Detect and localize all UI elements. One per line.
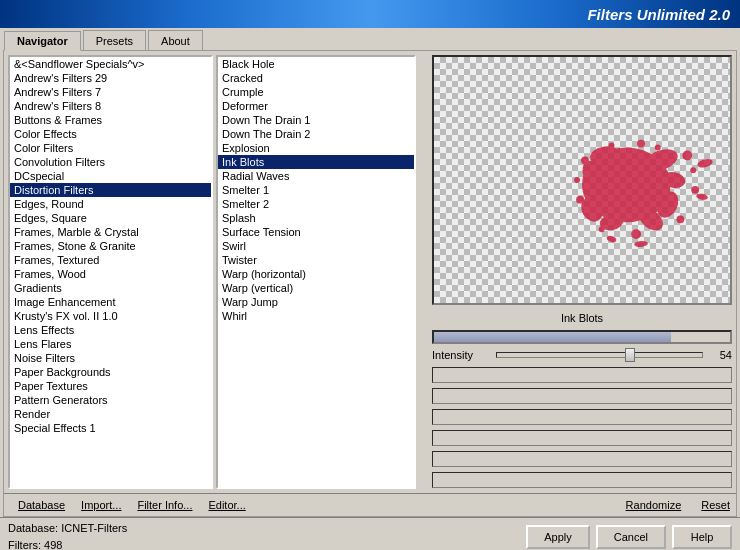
randomize-button[interactable]: Randomize xyxy=(626,499,682,511)
category-item[interactable]: Color Effects xyxy=(10,127,211,141)
database-status: Database: ICNET-Filters xyxy=(8,520,127,537)
intensity-thumb[interactable] xyxy=(625,348,635,362)
content-area: &<Sandflower Specials^v>Andrew's Filters… xyxy=(3,50,737,517)
category-item[interactable]: Image Enhancement xyxy=(10,295,211,309)
category-item[interactable]: Distortion Filters xyxy=(10,183,211,197)
empty-row-1 xyxy=(432,367,732,383)
category-item[interactable]: Buttons & Frames xyxy=(10,113,211,127)
status-text: Database: ICNET-Filters Filters: 498 xyxy=(8,520,127,550)
filter-item[interactable]: Smelter 2 xyxy=(218,197,414,211)
filter-item[interactable]: Warp (vertical) xyxy=(218,281,414,295)
filter-item[interactable]: Crumple xyxy=(218,85,414,99)
empty-row-2 xyxy=(432,388,732,404)
app-title: Filters Unlimited 2.0 xyxy=(587,6,730,23)
category-list-container: &<Sandflower Specials^v>Andrew's Filters… xyxy=(8,55,213,489)
svg-point-15 xyxy=(576,196,584,204)
filter-info-button[interactable]: Filter Info... xyxy=(129,497,200,513)
database-button[interactable]: Database xyxy=(10,497,73,513)
category-item[interactable]: Andrew's Filters 29 xyxy=(10,71,211,85)
filter-item[interactable]: Ink Blots xyxy=(218,155,414,169)
category-item[interactable]: Pattern Generators xyxy=(10,393,211,407)
filter-item[interactable]: Cracked xyxy=(218,71,414,85)
progress-bar-fill xyxy=(434,332,671,342)
intensity-slider[interactable] xyxy=(496,352,703,358)
filter-item[interactable]: Radial Waves xyxy=(218,169,414,183)
filters-value: 498 xyxy=(44,539,62,551)
progress-bar xyxy=(432,330,732,344)
category-item[interactable]: Krusty's FX vol. II 1.0 xyxy=(10,309,211,323)
preview-svg xyxy=(434,57,730,303)
filter-item[interactable]: Warp Jump xyxy=(218,295,414,309)
category-item[interactable]: Paper Backgrounds xyxy=(10,365,211,379)
category-item[interactable]: Noise Filters xyxy=(10,351,211,365)
filter-item[interactable]: Whirl xyxy=(218,309,414,323)
category-item[interactable]: Render xyxy=(10,407,211,421)
panels: &<Sandflower Specials^v>Andrew's Filters… xyxy=(4,51,736,493)
category-item[interactable]: Frames, Marble & Crystal xyxy=(10,225,211,239)
cancel-button[interactable]: Cancel xyxy=(596,525,666,549)
filter-item[interactable]: Warp (horizontal) xyxy=(218,267,414,281)
category-item[interactable]: Color Filters xyxy=(10,141,211,155)
reset-button[interactable]: Reset xyxy=(701,499,730,511)
right-panel: Ink Blots Intensity 54 xyxy=(432,55,732,489)
filter-item[interactable]: Swirl xyxy=(218,239,414,253)
category-item[interactable]: Frames, Textured xyxy=(10,253,211,267)
editor-button[interactable]: Editor... xyxy=(200,497,253,513)
category-item[interactable]: Edges, Round xyxy=(10,197,211,211)
main-container: Navigator Presets About &<Sandflower Spe… xyxy=(0,28,740,550)
help-button[interactable]: Help xyxy=(672,525,732,549)
slider-row-intensity: Intensity 54 xyxy=(432,347,732,363)
category-item[interactable]: Special Effects 1 xyxy=(10,421,211,435)
category-item[interactable]: Lens Flares xyxy=(10,337,211,351)
svg-point-20 xyxy=(655,145,661,151)
svg-point-14 xyxy=(599,226,605,232)
category-item[interactable]: Edges, Square xyxy=(10,211,211,225)
category-item[interactable]: Frames, Stone & Granite xyxy=(10,239,211,253)
category-item[interactable]: DCspecial xyxy=(10,169,211,183)
empty-row-6 xyxy=(432,472,732,488)
category-item[interactable]: Andrew's Filters 7 xyxy=(10,85,211,99)
tab-navigator[interactable]: Navigator xyxy=(4,31,81,51)
filter-item[interactable]: Splash xyxy=(218,211,414,225)
controls-area: Ink Blots Intensity 54 xyxy=(432,309,732,489)
bottom-toolbar: Database Import... Filter Info... Editor… xyxy=(4,493,736,516)
svg-point-16 xyxy=(574,177,580,183)
tab-about[interactable]: About xyxy=(148,30,203,50)
status-bar: Database: ICNET-Filters Filters: 498 App… xyxy=(0,517,740,550)
filter-item[interactable]: Explosion xyxy=(218,141,414,155)
svg-point-18 xyxy=(609,143,615,149)
category-item[interactable]: Lens Effects xyxy=(10,323,211,337)
category-item[interactable]: Gradients xyxy=(10,281,211,295)
category-item[interactable]: Paper Textures xyxy=(10,379,211,393)
filter-item[interactable]: Twister xyxy=(218,253,414,267)
filter-item[interactable]: Surface Tension xyxy=(218,225,414,239)
category-list[interactable]: &<Sandflower Specials^v>Andrew's Filters… xyxy=(8,55,213,489)
import-button[interactable]: Import... xyxy=(73,497,129,513)
category-item[interactable]: Frames, Wood xyxy=(10,267,211,281)
category-item[interactable]: Convolution Filters xyxy=(10,155,211,169)
category-item[interactable]: Andrew's Filters 8 xyxy=(10,99,211,113)
tab-presets[interactable]: Presets xyxy=(83,30,146,50)
title-bar: Filters Unlimited 2.0 xyxy=(0,0,740,28)
filter-item[interactable]: Black Hole xyxy=(218,57,414,71)
svg-point-9 xyxy=(682,150,692,160)
category-item[interactable]: &<Sandflower Specials^v> xyxy=(10,57,211,71)
database-value: ICNET-Filters xyxy=(61,522,127,534)
svg-point-23 xyxy=(634,240,648,247)
filter-name-label: Ink Blots xyxy=(432,309,732,327)
filter-item[interactable]: Smelter 1 xyxy=(218,183,414,197)
svg-point-19 xyxy=(637,140,645,148)
empty-row-3 xyxy=(432,409,732,425)
filter-item[interactable]: Deformer xyxy=(218,99,414,113)
empty-row-5 xyxy=(432,451,732,467)
empty-row-4 xyxy=(432,430,732,446)
filters-status: Filters: 498 xyxy=(8,537,127,551)
svg-point-10 xyxy=(690,167,696,173)
svg-point-21 xyxy=(696,157,713,169)
tab-bar: Navigator Presets About xyxy=(0,28,740,50)
filter-item[interactable]: Down The Drain 2 xyxy=(218,127,414,141)
apply-button[interactable]: Apply xyxy=(526,525,590,549)
filter-list[interactable]: Black HoleCrackedCrumpleDeformerDown The… xyxy=(216,55,416,489)
svg-point-12 xyxy=(676,215,684,223)
filter-item[interactable]: Down The Drain 1 xyxy=(218,113,414,127)
